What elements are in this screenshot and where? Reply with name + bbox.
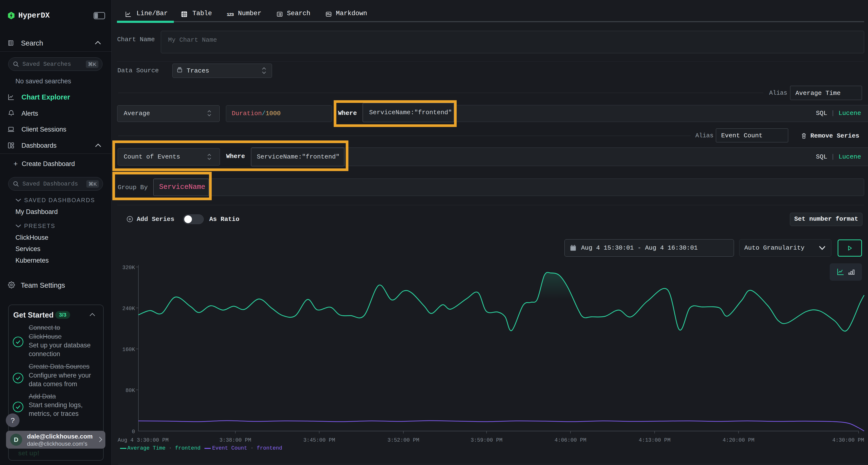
svg-text:320K: 320K	[122, 265, 135, 271]
svg-text:3:38:00 PM: 3:38:00 PM	[219, 437, 251, 443]
svg-text:4:30:00 PM: 4:30:00 PM	[832, 437, 864, 443]
svg-text:3:52:00 PM: 3:52:00 PM	[388, 437, 419, 443]
svg-text:240K: 240K	[122, 306, 135, 312]
svg-text:Aug 4 3:30:00 PM: Aug 4 3:30:00 PM	[118, 437, 168, 443]
svg-text:4:06:00 PM: 4:06:00 PM	[555, 437, 586, 443]
svg-text:4:13:00 PM: 4:13:00 PM	[639, 437, 671, 443]
svg-text:4:20:00 PM: 4:20:00 PM	[723, 437, 754, 443]
svg-text:80K: 80K	[125, 388, 135, 394]
svg-text:160K: 160K	[122, 347, 135, 353]
svg-text:0: 0	[132, 429, 135, 435]
svg-text:3:59:00 PM: 3:59:00 PM	[471, 437, 502, 443]
svg-text:3:45:00 PM: 3:45:00 PM	[303, 437, 335, 443]
